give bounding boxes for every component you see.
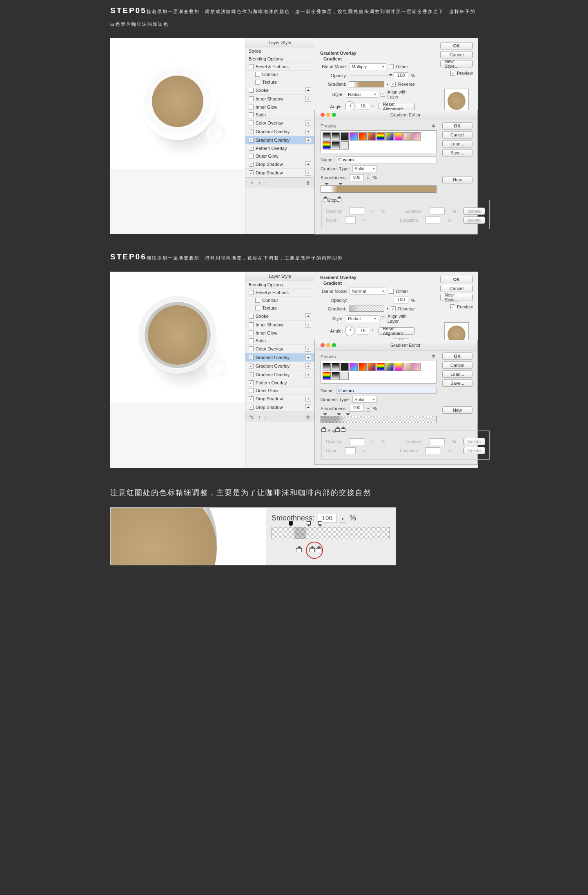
reset-align-button[interactable]: Reset Alignment — [379, 103, 415, 110]
add-icon[interactable]: + — [305, 161, 311, 167]
ge-new-button[interactable]: New — [442, 176, 472, 183]
ge-save-button[interactable]: Save... — [442, 379, 472, 387]
zoom-gradient-bar[interactable] — [272, 527, 390, 546]
angle-dial[interactable] — [345, 326, 354, 336]
style-select[interactable]: Radial — [346, 315, 378, 322]
blending-options[interactable]: Blending Options — [245, 281, 314, 289]
eff-inner-glow[interactable]: Inner Glow — [245, 103, 314, 111]
eff-satin[interactable]: Satin — [245, 337, 314, 345]
ge-cancel-button[interactable]: Cancel — [442, 131, 472, 138]
eff-bevel[interactable]: Bevel & Emboss — [245, 63, 314, 71]
up-arrow-icon[interactable]: ↑ — [258, 180, 261, 185]
ge-ok-button[interactable]: OK — [442, 122, 472, 129]
ge-new-button[interactable]: New — [442, 406, 472, 414]
trash-icon[interactable]: 🗑 — [306, 180, 310, 185]
reset-align-button[interactable]: Reset Alignment — [379, 327, 415, 335]
delete-button[interactable]: Delete — [463, 438, 486, 445]
eff-drop-shadow-1[interactable]: Drop Shadow+ — [245, 395, 314, 403]
ge-type-select[interactable]: Solid — [352, 396, 377, 403]
ge-smooth-input[interactable]: 100 — [349, 405, 364, 412]
ge-smooth-input[interactable]: 100 — [349, 174, 364, 181]
ge-load-button[interactable]: Load... — [442, 370, 472, 378]
eff-grad-overlay-active[interactable]: Gradient Overlay+ — [245, 353, 314, 362]
eff-grad-overlay-1[interactable]: Gradient Overlay+ — [245, 127, 314, 136]
eff-drop-shadow-2[interactable]: Drop Shadow+ — [245, 169, 314, 177]
gradient-bar[interactable] — [321, 185, 437, 196]
styles-header[interactable]: Styles — [245, 47, 314, 55]
cancel-button[interactable]: Cancel — [440, 51, 473, 58]
cancel-button[interactable]: Cancel — [440, 285, 473, 292]
presets-box[interactable] — [321, 361, 437, 384]
align-checkbox[interactable] — [381, 92, 385, 97]
fx-icon[interactable]: fx. — [249, 415, 254, 420]
eff-contour[interactable]: Contour — [245, 71, 314, 78]
eff-texture[interactable]: Texture — [245, 78, 314, 86]
eff-outer-glow[interactable]: Outer Glow — [245, 387, 314, 395]
stepper-icon[interactable]: ▸ — [340, 514, 346, 523]
preview-checkbox[interactable] — [450, 71, 455, 76]
eff-color-overlay[interactable]: Color Overlay+ — [245, 119, 314, 127]
add-icon[interactable]: + — [305, 87, 311, 93]
align-checkbox[interactable] — [381, 316, 385, 321]
add-icon[interactable]: + — [305, 137, 311, 143]
reverse-checkbox[interactable] — [391, 306, 396, 311]
eff-color-overlay[interactable]: Color Overlay+ — [245, 345, 314, 353]
ge-name-input[interactable] — [336, 156, 437, 163]
opacity-input[interactable]: 100 — [394, 297, 408, 304]
dither-checkbox[interactable] — [389, 64, 394, 69]
eff-stroke[interactable]: Stroke+ — [245, 312, 314, 321]
ge-cancel-button[interactable]: Cancel — [442, 362, 472, 369]
ok-button[interactable]: OK — [440, 276, 473, 283]
eff-bevel[interactable]: Bevel & Emboss — [245, 289, 314, 297]
blendmode-select[interactable]: Normal — [350, 288, 386, 295]
eff-inner-glow[interactable]: Inner Glow — [245, 329, 314, 337]
gear-icon[interactable]: ✲. — [432, 123, 437, 129]
angle-input[interactable]: 16 — [357, 103, 370, 110]
delete-button[interactable]: Delete — [463, 208, 486, 215]
eff-pattern-overlay[interactable]: Pattern Overlay — [245, 379, 314, 387]
ge-type-select[interactable]: Solid — [352, 165, 377, 172]
add-icon[interactable]: + — [305, 129, 311, 134]
preview-checkbox[interactable] — [450, 304, 455, 309]
gear-icon[interactable]: ✲. — [432, 354, 437, 359]
reverse-checkbox[interactable] — [391, 82, 396, 87]
blendmode-select[interactable]: Multiply — [350, 63, 386, 70]
delete-button[interactable]: Delete — [463, 447, 486, 454]
eff-drop-shadow-1[interactable]: Drop Shadow+ — [245, 160, 314, 169]
eff-satin[interactable]: Satin — [245, 111, 314, 119]
blending-options[interactable]: Blending Options — [245, 55, 314, 63]
opacity-input[interactable]: 100 — [394, 72, 408, 79]
eff-stroke[interactable]: Stroke+ — [245, 86, 314, 95]
dither-checkbox[interactable] — [389, 289, 394, 294]
ge-ok-button[interactable]: OK — [442, 353, 472, 360]
gradient-swatch[interactable] — [349, 81, 384, 87]
add-icon[interactable]: + — [305, 170, 311, 176]
gradient-bar[interactable] — [321, 416, 437, 426]
up-arrow-icon[interactable]: ↑ — [258, 415, 261, 420]
new-style-button[interactable]: New Style... — [440, 60, 473, 67]
ge-save-button[interactable]: Save... — [442, 149, 472, 156]
delete-button[interactable]: Delete — [463, 216, 486, 224]
add-icon[interactable]: + — [305, 120, 311, 126]
eff-outer-glow[interactable]: Outer Glow — [245, 152, 314, 160]
add-icon[interactable]: + — [305, 96, 311, 102]
eff-grad-overlay-3[interactable]: Gradient Overlay+ — [245, 370, 314, 379]
new-style-button[interactable]: New Style... — [440, 294, 473, 301]
down-arrow-icon[interactable]: ↓ — [265, 415, 267, 420]
eff-grad-overlay-2[interactable]: Gradient Overlay+ — [245, 362, 314, 370]
down-arrow-icon[interactable]: ↓ — [265, 180, 267, 185]
angle-input[interactable]: 16 — [357, 328, 370, 335]
eff-texture[interactable]: Texture — [245, 304, 314, 312]
eff-drop-shadow-2[interactable]: Drop Shadow+ — [245, 403, 314, 412]
gradient-swatch[interactable] — [349, 306, 384, 312]
style-select[interactable]: Radial — [346, 91, 378, 98]
eff-contour[interactable]: Contour — [245, 297, 314, 304]
ge-name-input[interactable] — [336, 387, 437, 394]
fx-icon[interactable]: fx. — [249, 180, 254, 185]
ok-button[interactable]: OK — [440, 42, 473, 49]
eff-pattern-overlay[interactable]: Pattern Overlay — [245, 145, 314, 152]
eff-grad-overlay-active[interactable]: Gradient Overlay+ — [245, 136, 314, 145]
eff-inner-shadow[interactable]: Inner Shadow+ — [245, 321, 314, 329]
presets-box[interactable] — [321, 130, 437, 153]
stepper-icon[interactable]: ▸ — [366, 174, 370, 181]
